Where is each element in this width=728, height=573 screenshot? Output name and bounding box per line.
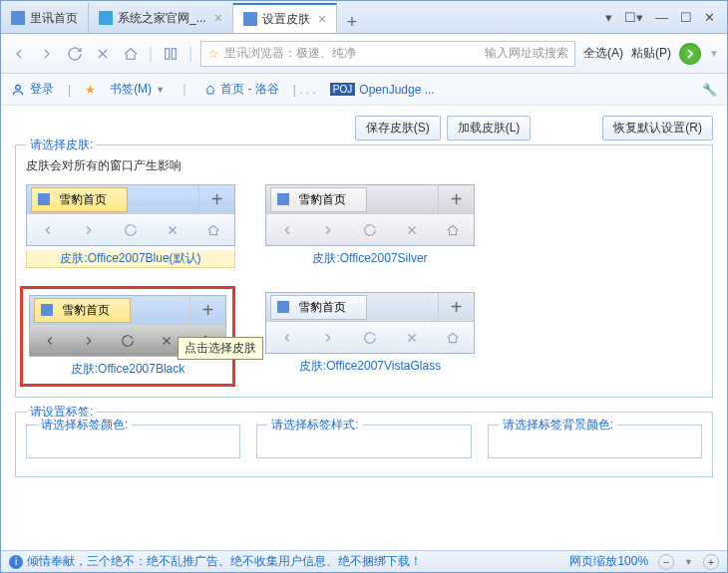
plus-icon: +: [438, 293, 474, 321]
skin-fieldset: 请选择皮肤: 皮肤会对所有的窗口产生影响 雪豹首页+ 皮肤:Office2007…: [15, 144, 713, 398]
skin-preview: 雪豹首页+: [26, 184, 235, 246]
paste-button[interactable]: 粘贴(P): [631, 45, 671, 62]
browser-tab-bar: 里讯首页 系统之家官网_... × 设置皮肤 × + ▾ ☐▾ — ☐ ✕: [1, 1, 727, 34]
skin-option-blue[interactable]: 雪豹首页+ 皮肤:Office2007Blue(默认): [26, 184, 235, 268]
skin-label: 皮肤:Office2007VistaGlass: [265, 358, 475, 375]
library-icon[interactable]: [161, 44, 181, 64]
maximize-icon[interactable]: ☐: [680, 10, 692, 25]
tag-bgcolor-fieldset: 请选择标签背景颜色:: [488, 425, 702, 458]
tag-fieldset: 请设置标签: 请选择标签颜色: 请选择标签样式: 请选择标签背景颜色:: [15, 412, 713, 477]
separator: | . . .: [293, 83, 316, 97]
browser-tab[interactable]: 系统之家官网_... ×: [89, 3, 233, 33]
dropdown-icon[interactable]: ▾: [605, 10, 612, 25]
minimize-icon[interactable]: —: [655, 10, 668, 25]
skin-option-vista[interactable]: 雪豹首页+ 皮肤:Office2007VistaGlass: [265, 292, 475, 387]
bookmark-link[interactable]: 首页 - 洛谷: [204, 81, 279, 98]
svg-point-4: [16, 85, 21, 90]
settings-content: 保存皮肤(S) 加载皮肤(L) 恢复默认设置(R) 请选择皮肤: 皮肤会对所有的…: [1, 106, 727, 477]
svg-rect-3: [172, 48, 176, 59]
window-controls: ▾ ☐▾ — ☐ ✕: [605, 1, 727, 34]
address-hint: 里讯浏览器：极速、纯净: [224, 45, 356, 62]
window-menu-icon[interactable]: ☐▾: [624, 10, 643, 25]
plus-icon: +: [189, 296, 225, 324]
tab-label: 设置皮肤: [262, 11, 310, 28]
select-all-button[interactable]: 全选(A): [583, 45, 623, 62]
home-icon[interactable]: [121, 44, 141, 64]
zoom-label: 网页缩放100%: [569, 553, 648, 570]
skin-preview: 雪豹首页+: [265, 292, 475, 354]
tag-style-fieldset: 请选择标签样式:: [256, 425, 471, 458]
load-skin-button[interactable]: 加载皮肤(L): [447, 116, 532, 141]
new-tab-button[interactable]: +: [337, 12, 367, 33]
tooltip: 点击选择皮肤: [178, 337, 263, 360]
address-bar[interactable]: ☆ 里讯浏览器：极速、纯净 输入网址或搜索: [200, 41, 575, 67]
bookmark-bar: 登录 | ★ 书签(M) ▼ ｜ 首页 - 洛谷 | . . . POJ Ope…: [1, 74, 727, 106]
close-icon[interactable]: ×: [318, 11, 326, 27]
save-skin-button[interactable]: 保存皮肤(S): [355, 116, 441, 141]
skin-label: 皮肤:Office2007Blue(默认): [26, 250, 235, 268]
poj-badge: POJ: [330, 83, 355, 96]
skin-label: 皮肤:Office2007Silver: [265, 250, 475, 267]
stop-icon[interactable]: [93, 44, 113, 64]
fieldset-legend: 请选择皮肤:: [26, 137, 97, 153]
tag-color-fieldset: 请选择标签颜色:: [26, 425, 240, 458]
skin-option-black-selected[interactable]: 雪豹首页+ 点击选择皮肤 皮肤:Office2007Black: [20, 286, 235, 387]
browser-tab[interactable]: 里讯首页: [1, 3, 89, 33]
svg-rect-2: [166, 48, 170, 59]
wrench-icon[interactable]: 🔧: [702, 83, 717, 97]
tab-label: 系统之家官网_...: [118, 10, 206, 27]
restore-default-button[interactable]: 恢复默认设置(R): [602, 116, 713, 141]
bookmarks-menu[interactable]: 书签(M) ▼: [110, 81, 165, 98]
site-icon: [243, 12, 257, 26]
navigation-toolbar: | | ☆ 里讯浏览器：极速、纯净 输入网址或搜索 全选(A) 粘贴(P) ▼: [1, 34, 727, 74]
chevron-down-icon[interactable]: ▼: [709, 48, 719, 59]
zoom-controls: 网页缩放100% − ▼ +: [569, 553, 719, 570]
search-placeholder: 输入网址或搜索: [485, 45, 568, 62]
login-button[interactable]: 登录: [11, 81, 54, 98]
skin-label: 皮肤:Office2007Black: [29, 361, 226, 378]
go-button[interactable]: [679, 43, 701, 65]
star-icon[interactable]: ☆: [207, 47, 218, 61]
tab-label: 里讯首页: [30, 10, 78, 27]
skin-option-silver[interactable]: 雪豹首页+ 皮肤:Office2007Silver: [265, 184, 475, 268]
bookmark-link[interactable]: POJ OpenJudge ...: [330, 83, 435, 97]
close-window-icon[interactable]: ✕: [704, 10, 715, 25]
browser-tab-active[interactable]: 设置皮肤 ×: [233, 3, 337, 33]
zoom-in-button[interactable]: +: [703, 554, 719, 570]
plus-icon: +: [198, 185, 234, 213]
reload-icon[interactable]: [65, 44, 85, 64]
site-icon: [99, 11, 113, 25]
chevron-down-icon[interactable]: ▼: [684, 557, 693, 567]
close-icon[interactable]: ×: [214, 10, 222, 26]
plus-icon: +: [438, 185, 474, 213]
status-bar: i 倾情奉献，三个绝不：绝不乱推广告、绝不收集用户信息、绝不捆绑下载！ 网页缩放…: [1, 550, 727, 572]
info-icon: i: [9, 555, 23, 569]
site-icon: [11, 11, 25, 25]
star-icon[interactable]: ★: [85, 83, 96, 97]
forward-icon[interactable]: [37, 44, 57, 64]
back-icon[interactable]: [9, 44, 29, 64]
zoom-out-button[interactable]: −: [658, 554, 674, 570]
skin-preview: 雪豹首页+: [265, 184, 475, 246]
status-message: i 倾情奉献，三个绝不：绝不乱推广告、绝不收集用户信息、绝不捆绑下载！: [9, 553, 422, 570]
skin-note: 皮肤会对所有的窗口产生影响: [26, 157, 702, 174]
